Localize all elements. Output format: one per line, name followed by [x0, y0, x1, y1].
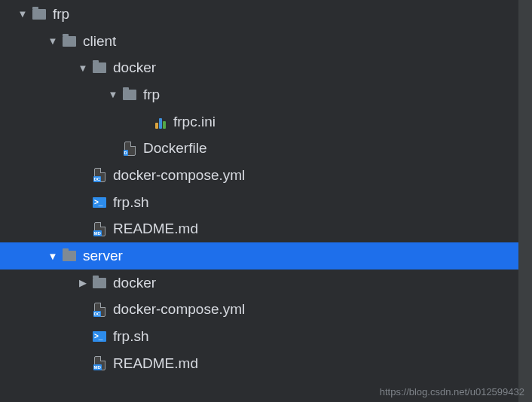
d-file-icon: D — [121, 142, 139, 156]
tree-item-label: frpc.ini — [173, 114, 216, 130]
tree-row[interactable]: ▶docker — [0, 270, 518, 297]
tree-item-label: README.md — [113, 221, 198, 237]
watermark: https://blog.csdn.net/u012599432 — [380, 386, 524, 397]
ini-icon — [151, 115, 169, 129]
tree-item-label: docker-compose.yml — [113, 301, 245, 318]
chevron-right-icon[interactable]: ▶ — [75, 278, 90, 288]
tree-row[interactable]: DDockerfile — [0, 135, 518, 162]
folder-icon — [60, 251, 78, 261]
chevron-down-icon[interactable]: ▼ — [45, 251, 60, 261]
tree-row[interactable]: >_frp.sh — [0, 323, 518, 350]
tree-item-label: docker-compose.yml — [113, 167, 245, 184]
chevron-down-icon[interactable]: ▼ — [75, 63, 90, 73]
chevron-down-icon[interactable]: ▼ — [105, 90, 121, 99]
tree-row[interactable]: ▼frp — [0, 81, 518, 108]
tree-item-label: docker — [113, 59, 156, 76]
tree-item-label: server — [83, 248, 123, 264]
tree-row[interactable]: MDREADME.md — [0, 216, 518, 243]
tree-item-label: README.md — [113, 355, 198, 372]
shell-icon: >_ — [90, 331, 109, 342]
shell-icon: >_ — [90, 197, 109, 208]
tree-item-label: client — [83, 33, 116, 50]
md-file-icon: MD — [90, 356, 109, 370]
tree-item-label: frp.sh — [113, 328, 149, 345]
dc-file-icon: DC — [90, 168, 109, 182]
tree-row[interactable]: ▼client — [0, 28, 518, 55]
chevron-down-icon[interactable]: ▼ — [15, 9, 30, 19]
tree-row[interactable]: ▼frp — [0, 1, 518, 28]
tree-row[interactable]: ▼docker — [0, 54, 518, 81]
file-tree: ▼frp▼client▼docker▼frpfrpc.iniDDockerfil… — [0, 0, 532, 402]
dc-file-icon: DC — [90, 303, 109, 317]
folder-icon — [90, 62, 109, 73]
tree-row[interactable]: frpc.ini — [0, 108, 518, 136]
tree-item-label: frp.sh — [113, 194, 149, 211]
tree-row[interactable]: DCdocker-compose.yml — [0, 297, 518, 324]
folder-icon — [60, 36, 78, 47]
chevron-down-icon[interactable]: ▼ — [45, 36, 60, 46]
tree-row[interactable]: >_frp.sh — [0, 189, 518, 216]
tree-item-label: frp — [53, 6, 69, 23]
folder-icon — [90, 278, 109, 288]
tree-item-label: frp — [143, 87, 160, 103]
folder-icon — [121, 90, 139, 100]
md-file-icon: MD — [90, 222, 109, 236]
tree-row[interactable]: DCdocker-compose.yml — [0, 162, 518, 189]
tree-row[interactable]: ▼server — [0, 242, 518, 270]
tree-item-label: docker — [113, 275, 156, 291]
folder-icon — [30, 9, 48, 20]
tree-item-label: Dockerfile — [143, 140, 206, 157]
tree-row[interactable]: MDREADME.md — [0, 350, 518, 377]
